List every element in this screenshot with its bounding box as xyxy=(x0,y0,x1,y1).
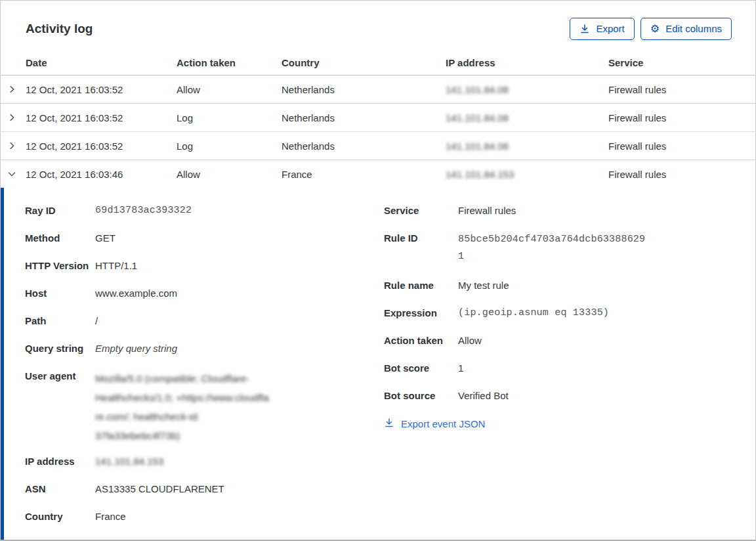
header-spacer xyxy=(1,57,26,68)
field-value: / xyxy=(95,314,98,328)
field-label: Bot score xyxy=(384,361,458,376)
field-path: Path / xyxy=(25,314,384,328)
field-rule-id: Rule ID 85bce5b204cf4703a764dcb633886291 xyxy=(384,231,740,265)
page-header: Activity log Export ⚙ Edit columns xyxy=(1,1,755,53)
export-event-json-link[interactable]: Export event JSON xyxy=(384,418,485,430)
field-value: (ip.geoip.asnum eq 13335) xyxy=(458,306,609,320)
cell-action: Log xyxy=(177,141,282,152)
field-label: ASN xyxy=(25,482,95,496)
field-value-redacted: Mozilla/5.0 (compatible; Cloudflare- Hea… xyxy=(95,369,269,445)
chevron-down-icon[interactable] xyxy=(1,169,26,179)
table-row[interactable]: 12 Oct, 2021 16:03:52 Allow Netherlands … xyxy=(1,76,755,104)
cell-date: 12 Oct, 2021 16:03:46 xyxy=(26,169,177,180)
table-row[interactable]: 12 Oct, 2021 16:03:52 Log Netherlands 14… xyxy=(1,132,755,160)
gear-icon: ⚙ xyxy=(650,24,660,34)
field-label: User agent xyxy=(25,369,95,445)
cell-service: Firewall rules xyxy=(608,112,755,123)
column-header-country: Country xyxy=(282,57,446,68)
page-title: Activity log xyxy=(26,22,93,36)
cell-date: 12 Oct, 2021 16:03:52 xyxy=(26,84,177,95)
cell-country: France xyxy=(282,169,446,180)
field-label: Ray ID xyxy=(25,204,95,218)
cell-ip-redacted: 141.101.84.08 xyxy=(446,141,509,152)
cell-action: Allow xyxy=(177,84,282,95)
field-value: Allow xyxy=(458,334,482,348)
download-icon xyxy=(579,24,590,34)
field-value: Empty query string xyxy=(95,341,177,356)
export-event-json-label: Export event JSON xyxy=(401,418,485,429)
field-value: 85bce5b204cf4703a764dcb633886291 xyxy=(458,231,650,265)
toolbar: Export ⚙ Edit columns xyxy=(570,18,732,40)
cell-ip-redacted: 141.101.84.08 xyxy=(446,112,509,123)
field-label: Action taken xyxy=(384,334,458,348)
field-http-version: HTTP Version HTTP/1.1 xyxy=(25,259,384,273)
field-label: Path xyxy=(25,314,95,328)
cell-action: Log xyxy=(177,112,282,123)
cell-ip-redacted: 141.101.84.08 xyxy=(446,84,509,95)
field-label: Query string xyxy=(25,341,95,356)
column-header-ip: IP address xyxy=(446,57,608,68)
cell-country: Netherlands xyxy=(282,141,446,152)
field-bot-score: Bot score 1 xyxy=(384,361,740,376)
field-label: Country xyxy=(25,509,95,524)
cell-country: Netherlands xyxy=(282,84,446,95)
edit-columns-button[interactable]: ⚙ Edit columns xyxy=(640,18,732,40)
redacted-line: re.com/; healthcheck-id: xyxy=(95,407,269,426)
field-value: My test rule xyxy=(458,278,509,293)
chevron-right-icon[interactable] xyxy=(1,141,26,150)
table-header-row: Date Action taken Country IP address Ser… xyxy=(1,53,755,76)
field-label: HTTP Version xyxy=(25,259,95,273)
field-label: Method xyxy=(25,231,95,246)
field-value: 1 xyxy=(458,361,463,376)
cell-country: Netherlands xyxy=(282,112,446,123)
field-value-redacted: 141.101.84.153 xyxy=(95,454,163,469)
column-header-action: Action taken xyxy=(177,57,282,68)
cell-ip-redacted: 141.101.84.153 xyxy=(446,169,514,180)
field-user-agent: User agent Mozilla/5.0 (compatible; Clou… xyxy=(25,369,384,445)
field-rule-name: Rule name My test rule xyxy=(384,278,740,293)
field-label: Service xyxy=(384,204,458,218)
field-query-string: Query string Empty query string xyxy=(25,341,384,356)
chevron-right-icon[interactable] xyxy=(1,85,26,94)
cell-action: Allow xyxy=(177,169,282,180)
field-service: Service Firewall rules xyxy=(384,204,740,218)
field-expression: Expression (ip.geoip.asnum eq 13335) xyxy=(384,306,740,320)
field-value: France xyxy=(95,509,126,524)
field-action-taken: Action taken Allow xyxy=(384,334,740,348)
field-value: Verified Bot xyxy=(458,389,509,403)
field-value: GET xyxy=(95,231,116,246)
edit-columns-button-label: Edit columns xyxy=(665,23,722,35)
field-label: IP address xyxy=(25,454,95,469)
export-button[interactable]: Export xyxy=(570,18,634,40)
field-method: Method GET xyxy=(25,231,384,246)
cell-date: 12 Oct, 2021 16:03:52 xyxy=(26,112,177,123)
field-bot-source: Bot source Verified Bot xyxy=(384,389,740,403)
column-header-service: Service xyxy=(608,57,755,68)
field-host: Host www.example.com xyxy=(25,286,384,301)
field-value: Firewall rules xyxy=(458,204,516,218)
table-row[interactable]: 12 Oct, 2021 16:03:52 Log Netherlands 14… xyxy=(1,104,755,132)
field-asn: ASN AS13335 CLOUDFLARENET xyxy=(25,482,384,496)
table-row-expanded[interactable]: 12 Oct, 2021 16:03:46 Allow France 141.1… xyxy=(1,160,755,188)
cell-service: Firewall rules xyxy=(608,169,755,180)
cell-date: 12 Oct, 2021 16:03:52 xyxy=(26,141,177,152)
column-header-date: Date xyxy=(26,57,177,68)
field-value: AS13335 CLOUDFLARENET xyxy=(95,482,224,496)
field-ip-address: IP address 141.101.84.153 xyxy=(25,454,384,469)
detail-left-column: Ray ID 69d13783ac393322 Method GET HTTP … xyxy=(25,204,384,537)
field-value: 69d13783ac393322 xyxy=(95,204,192,218)
field-label: Expression xyxy=(384,306,458,320)
field-label: Rule ID xyxy=(384,231,458,265)
cell-service: Firewall rules xyxy=(608,84,755,95)
event-detail-panel: Ray ID 69d13783ac393322 Method GET HTTP … xyxy=(1,188,755,540)
field-label: Host xyxy=(25,286,95,301)
download-icon xyxy=(384,418,394,430)
chevron-right-icon[interactable] xyxy=(1,113,26,122)
activity-log-panel: Activity log Export ⚙ Edit columns Date … xyxy=(0,0,756,541)
redacted-line: Mozilla/5.0 (compatible; Cloudflare- xyxy=(95,369,269,388)
field-ray-id: Ray ID 69d13783ac393322 xyxy=(25,204,384,218)
redacted-line: Healthchecks/1.0; +https://www.cloudfla xyxy=(95,388,269,407)
field-label: Bot source xyxy=(384,389,458,403)
field-country: Country France xyxy=(25,509,384,524)
cell-service: Firewall rules xyxy=(608,141,755,152)
